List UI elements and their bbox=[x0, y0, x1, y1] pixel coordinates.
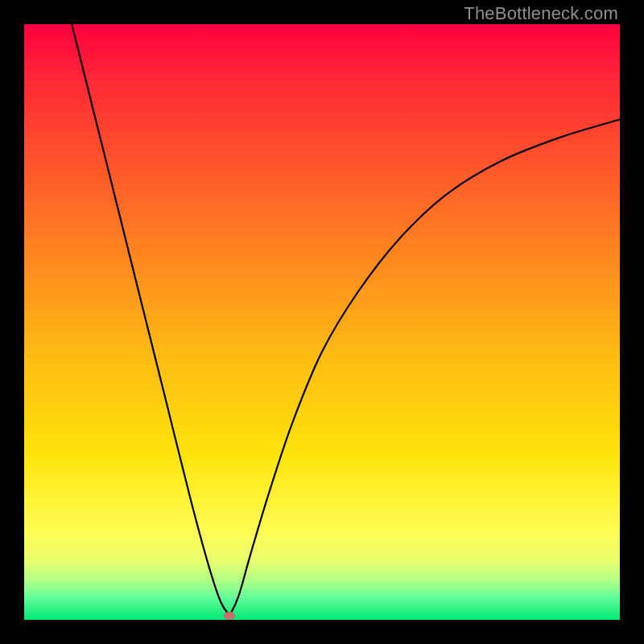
bottleneck-curve bbox=[24, 24, 620, 620]
watermark-label: TheBottleneck.com bbox=[464, 3, 618, 24]
chart-frame: TheBottleneck.com bbox=[0, 0, 644, 644]
minimum-marker bbox=[224, 612, 235, 620]
curve-left-branch bbox=[72, 24, 229, 616]
curve-right-branch bbox=[229, 119, 620, 615]
plot-area bbox=[24, 24, 620, 620]
